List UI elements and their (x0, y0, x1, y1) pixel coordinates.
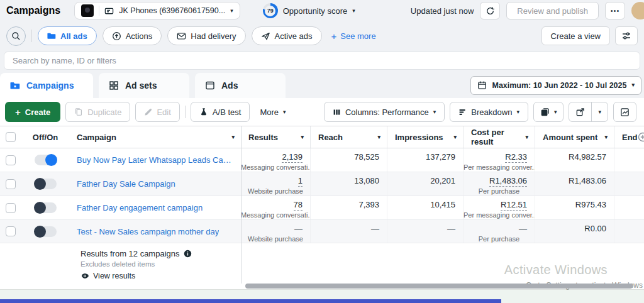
more-button[interactable]: More ▾ (255, 107, 291, 117)
search-icon (11, 31, 21, 41)
impressions-value: 137,279 (387, 152, 463, 162)
amount-spent-value: R4,982.57 (535, 152, 614, 162)
account-selector[interactable]: JK Phones (6396760617590... ▾ (74, 2, 240, 19)
table-header: Off/On Campaign ▾ Results ▾ Reach ▾ Impr… (0, 126, 644, 148)
sort-caret-icon: ▾ (231, 134, 235, 140)
breakdown-button[interactable]: Breakdown ▾ (450, 102, 528, 122)
add-column-icon[interactable] (638, 132, 644, 142)
divider (99, 6, 99, 16)
columns-button[interactable]: Columns: Performance ▾ (324, 102, 445, 122)
top-bar-right: Updated just now Review and publish ••• (411, 2, 638, 19)
create-a-view-button[interactable]: Create a view (541, 26, 610, 45)
sort-caret-icon: ▾ (453, 134, 457, 140)
cost-type: Per messaging conver... (464, 211, 535, 219)
actions-icon (112, 31, 121, 41)
tab-label: Ads (221, 80, 238, 91)
score-ring-icon: 79 (263, 3, 278, 18)
see-more-link[interactable]: + See more (331, 31, 376, 41)
ab-test-button[interactable]: A/B test (191, 102, 250, 122)
date-range-label: Maximum: 10 Jun 2022 - 10 Jul 2025 (492, 81, 626, 90)
see-more-label: See more (340, 31, 375, 41)
row-checkbox[interactable] (6, 203, 16, 213)
bottom-strip (0, 289, 644, 303)
create-button-label: Create (25, 107, 50, 117)
select-all-checkbox[interactable] (6, 132, 16, 142)
tab-label: Campaigns (26, 80, 74, 91)
columns-icon (333, 108, 341, 116)
sort-caret-icon: ▾ (525, 134, 528, 140)
sort-caret-icon: ▾ (301, 134, 304, 140)
amount-spent-value: R0.00 (535, 224, 614, 233)
edit-button[interactable]: Edit (135, 102, 179, 122)
header-reach[interactable]: Reach ▾ (311, 126, 387, 148)
reports-button[interactable]: ▾ (533, 102, 564, 122)
header-cost-per-result[interactable]: Cost per result ▾ (464, 126, 535, 148)
export-options-button[interactable]: ▾ (592, 102, 608, 121)
campaign-toggle[interactable] (35, 202, 57, 213)
top-bar: Campaigns JK Phones (6396760617590... ▾ … (0, 0, 644, 21)
view-results-label: View results (93, 272, 135, 280)
chevron-down-icon: ▾ (433, 109, 436, 115)
results-summary: Results from 12 campaigns (80, 249, 180, 258)
chevron-down-icon: ▾ (598, 109, 601, 115)
results-type: Website purchase (241, 235, 310, 243)
user-avatar[interactable] (631, 2, 644, 19)
horizontal-scrollbar[interactable] (245, 284, 633, 289)
campaign-toggle[interactable] (35, 226, 57, 237)
flask-icon (199, 107, 208, 116)
calendar-icon (477, 80, 487, 90)
header-amount-spent[interactable]: Amount spent ▾ (535, 126, 614, 148)
reach-value: 78,525 (311, 152, 387, 162)
table-row: Buy Now Pay Later Whatsapp Leads Camapig… (0, 148, 644, 172)
create-button[interactable]: + Create (5, 102, 60, 122)
charts-button[interactable] (613, 102, 636, 122)
header-impressions[interactable]: Impressions ▾ (387, 126, 464, 148)
filter-pill-active-ads[interactable]: Active ads (252, 26, 322, 45)
info-icon[interactable] (184, 250, 192, 258)
filter-pill-actions[interactable]: Actions (103, 26, 162, 45)
edit-button-label: Edit (157, 107, 170, 117)
campaign-name-link[interactable]: Father Day Sale Campaign (77, 179, 175, 189)
header-off-on: Off/On (21, 133, 69, 142)
campaign-name-link[interactable]: Buy Now Pay Later Whatsapp Leads Camapig… (77, 155, 235, 165)
tab-label: Ad sets (125, 80, 157, 91)
chevron-down-icon: ▾ (283, 109, 286, 115)
campaign-name-link[interactable]: Test - New Sales campaign mother day (77, 227, 219, 236)
breakdown-icon (458, 108, 467, 116)
search-input[interactable] (4, 52, 640, 70)
campaign-toggle[interactable] (35, 179, 57, 189)
filter-bar-right: Create a view (541, 26, 638, 45)
filter-pill-had-delivery[interactable]: Had delivery (167, 26, 245, 45)
tab-ads[interactable]: Ads (195, 73, 286, 98)
row-checkbox[interactable] (6, 179, 16, 189)
filter-pill-label: Active ads (275, 31, 313, 41)
filter-pill-all-ads[interactable]: All ads (38, 26, 97, 45)
header-campaign[interactable]: Campaign ▾ (69, 126, 241, 148)
cost-type: Per purchase (464, 235, 535, 243)
header-results[interactable]: Results ▾ (241, 126, 311, 148)
ab-test-button-label: A/B test (213, 107, 242, 117)
date-range-selector[interactable]: Maximum: 10 Jun 2022 - 10 Jul 2025 ▾ (470, 76, 641, 95)
row-checkbox[interactable] (6, 226, 16, 236)
campaign-name-link[interactable]: Father Day engagement campaign (77, 203, 203, 212)
opportunity-score[interactable]: 79 Opportunity score ▾ (263, 3, 355, 18)
columns-button-label: Columns: Performance (345, 107, 429, 117)
row-checkbox[interactable] (6, 155, 16, 165)
header-end[interactable]: End (614, 126, 644, 148)
refresh-button[interactable] (480, 2, 500, 19)
plus-icon: + (331, 31, 337, 41)
more-options-button[interactable]: ••• (605, 2, 625, 19)
search-button[interactable] (6, 26, 26, 46)
export-button[interactable] (569, 102, 591, 121)
results-type: Messaging conversati... (241, 163, 310, 171)
duplicate-button[interactable]: Duplicate (65, 102, 130, 122)
tab-campaigns[interactable]: Campaigns (0, 73, 93, 98)
review-and-publish-button[interactable]: Review and publish (506, 2, 599, 19)
view-settings-button[interactable] (615, 26, 638, 45)
campaign-toggle[interactable] (35, 155, 57, 165)
cost-per-result-value: R1,483.06 (489, 176, 527, 187)
tab-ad-sets[interactable]: Ad sets (99, 73, 189, 98)
action-toolbar: + Create Duplicate Edit A/B test More ▾ … (0, 98, 644, 126)
table-row: Test - New Sales campaign mother day —We… (0, 220, 644, 243)
bottom-accent-bar (0, 299, 501, 303)
